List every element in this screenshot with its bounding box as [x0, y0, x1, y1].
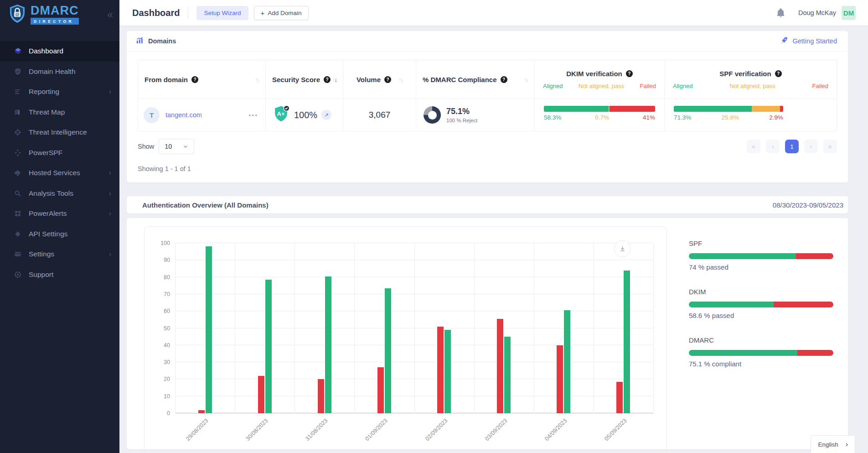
security-score-shield-icon: A+	[273, 104, 290, 125]
sidebar-collapse-button[interactable]: «	[107, 10, 113, 20]
x-axis-label: 04/09/2023	[543, 417, 568, 442]
help-icon[interactable]: ?	[191, 76, 198, 83]
sidebar-item-label: PowerSPF	[29, 149, 62, 157]
sidebar-item-hosted-services[interactable]: Hosted Services›	[0, 163, 119, 183]
pagination-page-1-button[interactable]: 1	[785, 140, 799, 153]
domains-title: Domains	[148, 37, 176, 45]
help-icon[interactable]: ?	[324, 76, 331, 83]
svg-text:A+: A+	[277, 110, 285, 117]
sidebar-item-domain-health[interactable]: Domain Health	[0, 62, 119, 82]
language-selector[interactable]: English ›	[811, 435, 855, 453]
settings-icon	[13, 250, 22, 258]
auth-overview-panel: 010203040506070809010029/08/202330/08/20…	[127, 218, 848, 449]
notification-bell-icon[interactable]	[776, 8, 785, 18]
x-axis-label: 03/09/2023	[484, 417, 508, 442]
sort-icon[interactable]: ↑↓	[255, 76, 259, 83]
setup-wizard-button[interactable]: Setup Wizard	[196, 6, 248, 20]
stat-label: DKIM	[689, 288, 833, 296]
sort-icon[interactable]: ↑↓	[398, 76, 403, 83]
help-icon[interactable]: ?	[501, 76, 507, 83]
sidebar-item-settings[interactable]: Settings›	[0, 244, 119, 265]
help-icon[interactable]: ?	[384, 76, 391, 83]
compliance-percent: 75.1%	[446, 107, 477, 116]
sidebar-item-label: Hosted Services	[29, 169, 80, 177]
sidebar-item-label: Domain Health	[29, 68, 76, 76]
bar-group	[414, 243, 474, 413]
page-size-select[interactable]: 10	[159, 139, 194, 154]
stat-value: 75.1 % compliant	[689, 360, 833, 368]
sidebar-item-threat-intelligence[interactable]: Threat Intelligence	[0, 122, 119, 143]
help-icon[interactable]: ?	[775, 70, 782, 77]
bar-group	[294, 243, 354, 413]
volume-value: 3,067	[343, 99, 416, 131]
chart-bar-passed	[504, 337, 511, 413]
sidebar-item-dashboard[interactable]: Dashboard	[0, 41, 119, 62]
sidebar-item-analysis-tools[interactable]: Analysis Tools›	[0, 183, 119, 204]
auth-overview-date-range: 08/30/2023-09/05/2023	[773, 201, 843, 209]
powerspf-icon	[13, 149, 22, 157]
sidebar-item-threat-map[interactable]: Threat Map	[0, 102, 119, 123]
sidebar-item-poweralerts[interactable]: PowerAlerts›	[0, 203, 119, 224]
y-axis-label: 40	[164, 342, 170, 349]
sidebar-item-label: Analysis Tools	[29, 189, 73, 198]
svg-text:@: @	[16, 12, 20, 17]
chart-bar-failed	[437, 327, 444, 413]
threat-map-icon	[13, 108, 22, 116]
sidebar-item-api-settings[interactable]: API Settings	[0, 224, 119, 245]
score-external-link-icon[interactable]: ↗	[321, 110, 331, 120]
bar-chart-plot: 010203040506070809010029/08/202330/08/20…	[175, 243, 653, 413]
sidebar-item-label: Reporting	[29, 88, 59, 96]
sidebar-item-reporting[interactable]: Reporting›	[0, 82, 119, 102]
main-area: Dashboard Setup Wizard +Add Domain Doug …	[119, 0, 868, 449]
pagination-first-button[interactable]: «	[747, 140, 760, 153]
sort-icon[interactable]: ↑↓	[524, 76, 528, 83]
user-name: Doug McKay	[798, 9, 836, 16]
y-axis-label: 60	[164, 308, 170, 314]
brand-shield-lock-icon: @	[8, 4, 26, 26]
add-domain-button[interactable]: +Add Domain	[254, 6, 309, 20]
page-title: Dashboard	[132, 8, 180, 18]
chart-bar-failed	[557, 345, 563, 413]
chart-bar-failed	[616, 382, 623, 413]
auth-overview-title: Authentication Overview (All Domains)	[142, 201, 269, 209]
chart-bar-passed	[325, 276, 331, 413]
pagination-next-button[interactable]: ›	[804, 140, 818, 153]
support-icon	[13, 271, 22, 279]
compliance-policy: 100 % Reject	[446, 118, 477, 123]
chart-bar-passed	[564, 310, 570, 413]
brand-name: DMARC	[31, 5, 79, 17]
x-axis-label: 01/09/2023	[364, 417, 389, 442]
showing-count: Showing 1 - 1 of 1	[138, 165, 837, 172]
row-actions-menu-icon[interactable]: ●●●	[249, 113, 258, 117]
bar-group	[235, 243, 294, 413]
chart-bar-failed	[497, 319, 503, 413]
pagination-prev-button[interactable]: ‹	[766, 140, 780, 153]
sidebar-item-label: API Settings	[29, 230, 67, 238]
domain-link[interactable]: tangent.com	[165, 111, 202, 119]
pagination-last-button[interactable]: »	[823, 140, 837, 153]
sidebar-item-support[interactable]: Support	[0, 265, 119, 285]
chevron-right-icon: ›	[109, 169, 111, 177]
help-icon[interactable]: ?	[626, 70, 633, 77]
domains-table: From domain? ↑↓ Security Score? ↑↓ Volum…	[138, 60, 837, 131]
column-from-domain: From domain? ↑↓	[138, 60, 266, 99]
y-axis-label: 70	[164, 291, 170, 297]
y-axis-label: 30	[164, 359, 170, 365]
sort-icon[interactable]: ↑↓	[332, 76, 336, 83]
spf-cell: 71.3% 25.8% 2.9%	[665, 99, 837, 131]
sidebar-item-label: Dashboard	[29, 47, 63, 55]
user-avatar[interactable]: DM	[842, 6, 856, 20]
topbar: Dashboard Setup Wizard +Add Domain Doug …	[119, 0, 868, 26]
chart-download-button[interactable]	[614, 240, 631, 257]
domains-card-header: Domains Getting Started	[127, 31, 848, 52]
column-spf-verification: SPF verification? Aligned Not aligned, p…	[665, 60, 837, 99]
y-axis-label: 50	[164, 325, 170, 332]
sidebar-item-label: Support	[29, 271, 53, 279]
threat-intelligence-icon	[13, 128, 22, 136]
brand-subtitle: DIRECTOR	[31, 18, 79, 25]
table-header-row: From domain? ↑↓ Security Score? ↑↓ Volum…	[138, 60, 837, 99]
sidebar-item-powerspf[interactable]: PowerSPF	[0, 143, 119, 163]
domains-card: Domains Getting Started From domain?	[127, 31, 848, 182]
stat-dmarc: DMARC75.1 % compliant	[689, 336, 833, 368]
getting-started-link[interactable]: Getting Started	[780, 36, 837, 46]
